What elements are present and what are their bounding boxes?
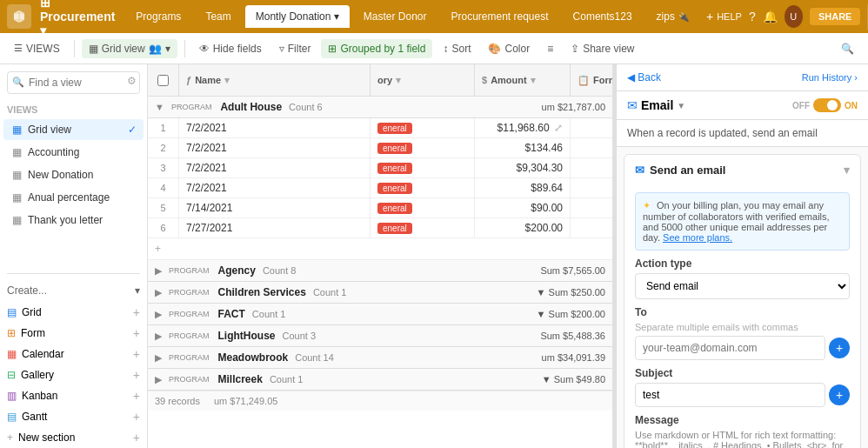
cell-date-5[interactable]: 7/14/2021 <box>179 198 371 217</box>
cell-amount-5[interactable]: $90.00 <box>475 198 571 217</box>
row-check-5[interactable]: 5 <box>148 198 179 217</box>
cell-story-2[interactable]: eneral <box>371 138 475 157</box>
col-checkbox[interactable] <box>148 64 179 96</box>
table-row[interactable]: 5 7/14/2021 eneral $90.00 <box>148 198 612 218</box>
group-header-adult-house[interactable]: ▼ PROGRAM Adult House Count 6 um $21,787… <box>148 97 612 118</box>
sidebar-item-anual-percentage[interactable]: ▦ Anual percentage <box>3 187 144 208</box>
sidebar-item-accounting[interactable]: ▦ Accounting <box>3 142 144 163</box>
cell-amount-3[interactable]: $9,304.30 <box>475 158 571 177</box>
tab-zips[interactable]: zips 🔌 <box>646 5 699 28</box>
row-check-6[interactable]: 6 <box>148 218 179 237</box>
filter-btn[interactable]: ▿ Filter <box>272 39 318 58</box>
tab-comments[interactable]: Coments123 <box>563 5 643 28</box>
sidebar-settings-icon[interactable]: ⚙ <box>127 75 137 87</box>
add-email-btn[interactable]: + <box>829 338 850 358</box>
user-avatar[interactable]: U <box>785 5 803 28</box>
sidebar-item-grid-view[interactable]: ▦ Grid view ✓ <box>3 119 144 140</box>
back-button[interactable]: ◀ Back <box>627 71 661 84</box>
cell-formstack-2[interactable] <box>571 138 612 157</box>
row-check-4[interactable]: 4 <box>148 178 179 197</box>
create-grid[interactable]: ▤ Grid + <box>0 302 147 323</box>
cell-date-6[interactable]: 7/27/2021 <box>179 218 371 237</box>
cell-formstack-5[interactable] <box>571 198 612 217</box>
cell-story-6[interactable]: eneral <box>371 218 475 237</box>
expand-agency[interactable]: ▶ <box>155 265 162 277</box>
cell-formstack-3[interactable] <box>571 158 612 177</box>
col-header-story[interactable]: ory ▾ <box>371 64 475 96</box>
share-view-btn[interactable]: ⇪ Share view <box>564 39 641 58</box>
group-header-fact[interactable]: ▶ PROGRAM FACT Count 1 ▼ Sum $200.00 <box>148 304 612 325</box>
group-header-millcreek[interactable]: ▶ PROGRAM Millcreek Count 1 ▼ Sum $49.80 <box>148 369 612 391</box>
share-btn[interactable]: SHARE <box>810 8 861 25</box>
group-header-children-services[interactable]: ▶ PROGRAM Children Services Count 1 ▼ Su… <box>148 282 612 304</box>
cell-formstack-4[interactable] <box>571 178 612 197</box>
row-check-2[interactable]: 2 <box>148 138 179 157</box>
create-new-section[interactable]: + New section + <box>0 427 147 448</box>
help-icon[interactable]: ? <box>749 10 756 23</box>
cell-date-2[interactable]: 7/2/2021 <box>179 138 371 157</box>
automation-toggle[interactable] <box>813 98 841 112</box>
row-check-1[interactable]: 1 <box>148 118 179 137</box>
grid-view-btn[interactable]: ▦ Grid view 👥 ▾ <box>82 39 177 58</box>
cell-date-3[interactable]: 7/2/2021 <box>179 158 371 177</box>
create-form[interactable]: ⊞ Form + <box>0 323 147 344</box>
col-header-amount[interactable]: $ Amount ▾ <box>475 64 571 96</box>
table-row[interactable]: 2 7/2/2021 eneral $134.46 okayyali@odyss… <box>148 138 612 158</box>
color-btn[interactable]: 🎨 Color <box>481 39 537 58</box>
table-row[interactable]: 3 7/2/2021 eneral $9,304.30 okayyali@ody… <box>148 158 612 178</box>
expand-lighthouse[interactable]: ▶ <box>155 331 162 342</box>
tab-programs[interactable]: Programs <box>125 5 191 28</box>
sidebar-item-thank-you-letter[interactable]: ▦ Thank you letter <box>3 210 144 231</box>
table-row[interactable]: 1 7/2/2021 eneral $11,968.60 ⤢ okayyali@… <box>148 118 612 138</box>
create-kanban[interactable]: ▥ Kanban + <box>0 385 147 406</box>
select-all-checkbox[interactable] <box>157 75 169 86</box>
sidebar-item-new-donation[interactable]: ▦ New Donation <box>3 164 144 185</box>
to-input[interactable] <box>635 336 825 360</box>
sort-btn[interactable]: ↕ Sort <box>436 39 477 58</box>
app-logo[interactable] <box>7 4 31 29</box>
cell-amount-1[interactable]: $11,968.60 ⤢ <box>475 118 571 137</box>
tab-procurement-request[interactable]: Procurement request <box>440 5 558 28</box>
col-header-formstack[interactable]: 📋 Formstack ▾ <box>571 64 612 96</box>
cell-date-1[interactable]: 7/2/2021 <box>179 118 371 137</box>
expand-meadowbrook[interactable]: ▶ <box>155 352 162 364</box>
create-gallery[interactable]: ⊟ Gallery + <box>0 364 147 385</box>
group-header-lighthouse[interactable]: ▶ PROGRAM LightHouse Count 3 Sum $5,488.… <box>148 325 612 347</box>
group-header-meadowbrook[interactable]: ▶ PROGRAM Meadowbrook Count 14 um $34,09… <box>148 347 612 369</box>
expand-fact[interactable]: ▶ <box>155 309 162 320</box>
expand-children-services[interactable]: ▶ <box>155 287 162 298</box>
cell-formstack-1[interactable] <box>571 118 612 137</box>
cell-amount-4[interactable]: $89.64 <box>475 178 571 197</box>
tab-team[interactable]: Team <box>195 5 241 28</box>
row-check-3[interactable]: 3 <box>148 158 179 177</box>
create-section[interactable]: Create... ▾ <box>0 279 147 302</box>
action-type-select[interactable]: Send email <box>635 273 850 299</box>
hide-fields-btn[interactable]: 👁 Hide fields <box>192 39 269 58</box>
group-btn[interactable]: ⊞ Grouped by 1 field <box>321 39 432 58</box>
cell-amount-6[interactable]: $200.00 <box>475 218 571 237</box>
table-row[interactable]: 4 7/2/2021 eneral $89.64 okayyali@odysse… <box>148 178 612 198</box>
table-row[interactable]: 6 7/27/2021 eneral $200.00 <box>148 218 612 238</box>
row-height-btn[interactable]: ≡ <box>540 39 560 58</box>
send-email-header[interactable]: ✉ Send an email ▾ <box>624 155 860 185</box>
add-row-btn[interactable]: + <box>148 238 612 260</box>
sidebar-search-input[interactable] <box>7 71 140 94</box>
col-header-name[interactable]: ƒ Name ▾ <box>179 64 371 96</box>
cell-story-1[interactable]: eneral <box>371 118 475 137</box>
search-btn[interactable]: 🔍 <box>834 39 861 58</box>
see-more-plans-link[interactable]: See more plans. <box>663 232 732 243</box>
cell-amount-2[interactable]: $134.46 <box>475 138 571 157</box>
add-subject-btn[interactable]: + <box>829 384 850 405</box>
notification-icon[interactable]: 🔔 <box>763 10 778 23</box>
expand-cell-1[interactable]: ⤢ <box>554 122 563 134</box>
run-history-btn[interactable]: Run History › <box>802 72 858 83</box>
create-gantt[interactable]: ▤ Gantt + <box>0 406 147 427</box>
tab-monthly-donation[interactable]: Montly Donation ▾ <box>245 5 350 28</box>
views-btn[interactable]: ☰ VIEWS <box>7 39 67 58</box>
cell-story-5[interactable]: eneral <box>371 198 475 217</box>
cell-story-3[interactable]: eneral <box>371 158 475 177</box>
subject-input[interactable] <box>635 383 825 407</box>
group-header-agency[interactable]: ▶ PROGRAM Agency Count 8 Sum $7,565.00 <box>148 260 612 282</box>
cell-story-4[interactable]: eneral <box>371 178 475 197</box>
expand-millcreek[interactable]: ▶ <box>155 374 162 385</box>
